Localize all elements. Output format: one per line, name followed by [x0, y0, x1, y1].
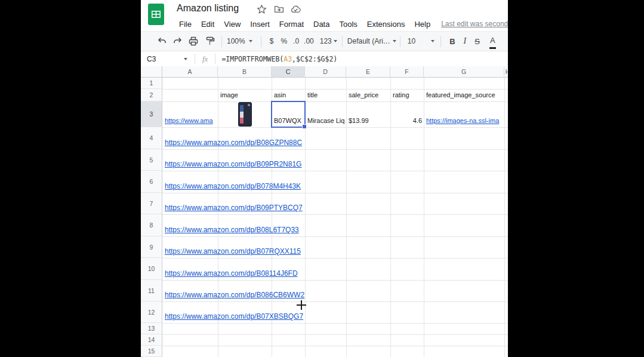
cell-E3[interactable]: $13.99 — [346, 101, 390, 127]
cell-A5[interactable]: https://www.amazon.com/dp/B09PR2N81G — [162, 149, 303, 171]
column-header-F[interactable]: F — [390, 66, 424, 78]
row-header-5[interactable]: 5 — [141, 149, 162, 171]
product-photo-phone-case — [238, 102, 252, 127]
cell-F2[interactable]: rating — [390, 89, 424, 101]
column-header-E[interactable]: E — [346, 66, 390, 78]
row-header-9[interactable]: 9 — [141, 236, 162, 258]
row-header-1[interactable]: 1 — [141, 78, 162, 89]
row-header-3[interactable]: 3 — [141, 101, 162, 127]
row-header-7[interactable]: 7 — [141, 193, 162, 214]
gridline-horizontal — [162, 323, 508, 324]
cell-C2[interactable]: asin — [272, 89, 305, 101]
cell-E2[interactable]: sale_price — [346, 89, 390, 101]
gridline-horizontal — [162, 334, 508, 335]
spreadsheet-grid[interactable]: ABCDEFGH123456789101112131415imageasinti… — [141, 0, 508, 357]
cell-F3[interactable]: 4.6 — [390, 101, 424, 127]
column-header-A[interactable]: A — [162, 66, 218, 78]
gridline-vertical — [504, 78, 505, 357]
select-all-corner[interactable] — [141, 66, 162, 78]
cell-G3[interactable]: https://images-na.ssl-ima — [424, 101, 504, 127]
column-header-H[interactable]: H — [504, 66, 508, 78]
cell-cursor-crosshair — [297, 300, 306, 310]
cell-B3[interactable] — [218, 101, 272, 127]
cell-D3[interactable]: Miracase Liq — [305, 101, 346, 127]
cell-A10[interactable]: https://www.amazon.com/dp/B08114J6FD — [162, 258, 300, 280]
gridline-horizontal — [162, 346, 508, 346]
row-header-12[interactable]: 12 — [141, 301, 162, 323]
row-header-10[interactable]: 10 — [141, 258, 162, 280]
cell-D2[interactable]: title — [305, 89, 346, 101]
cell-A4[interactable]: https://www.amazon.com/dp/B08GZPN88C — [162, 127, 304, 149]
column-header-B[interactable]: B — [218, 66, 272, 78]
row-header-13[interactable]: 13 — [141, 323, 162, 334]
row-header-14[interactable]: 14 — [141, 334, 162, 346]
cell-A8[interactable]: https://www.amazon.com/dp/B08L6T7Q33 — [162, 214, 301, 236]
column-header-G[interactable]: G — [424, 66, 504, 78]
row-header-6[interactable]: 6 — [141, 171, 162, 193]
cell-A3[interactable]: https://www.ama — [162, 101, 218, 127]
row-header-8[interactable]: 8 — [141, 214, 162, 236]
cell-C3[interactable]: B07WQX — [272, 101, 305, 127]
cell-A7[interactable]: https://www.amazon.com/dp/B09PTYBCQ7 — [162, 193, 304, 214]
cell-G2[interactable]: featured_image_source — [424, 89, 504, 101]
cell-A9[interactable]: https://www.amazon.com/dp/B07RQXX115 — [162, 236, 303, 258]
row-header-15[interactable]: 15 — [141, 346, 162, 357]
cell-A6[interactable]: https://www.amazon.com/dp/B078M4H43K — [162, 171, 303, 193]
sheets-app-window: Amazon listing FileEditViewInsertFormatD… — [141, 0, 508, 357]
cell-B2[interactable]: image — [218, 89, 272, 101]
cell-A11[interactable]: https://www.amazon.com/dp/B086CB6WW2 — [162, 280, 306, 301]
column-header-C[interactable]: C — [272, 66, 305, 78]
cell-A12[interactable]: https://www.amazon.com/dp/B07XBSBQG7 — [162, 301, 305, 323]
column-header-D[interactable]: D — [305, 66, 346, 78]
row-header-2[interactable]: 2 — [141, 89, 162, 101]
row-header-11[interactable]: 11 — [141, 280, 162, 301]
row-header-4[interactable]: 4 — [141, 127, 162, 149]
